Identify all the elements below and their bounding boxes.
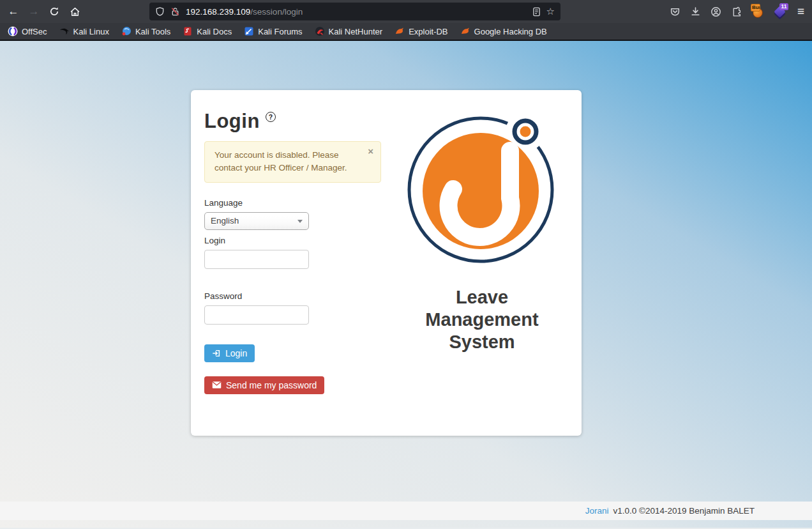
login-button[interactable]: Login — [204, 344, 255, 362]
footer-version-text: v1.0.0 ©2014-2019 Benjamin BALET — [613, 506, 755, 516]
bookmark-kali-linux[interactable]: Kali Linux — [59, 26, 109, 36]
bookmark-exploit-db[interactable]: Exploit-DB — [395, 26, 447, 36]
bookmark-label: Google Hacking DB — [474, 27, 547, 36]
insecure-lock-icon[interactable] — [170, 6, 180, 17]
kali-docs-icon — [183, 26, 193, 36]
jorani-link[interactable]: Jorani — [585, 506, 609, 516]
password-field-label: Password — [204, 291, 309, 301]
bookmark-label: Exploit-DB — [409, 27, 447, 36]
bookmark-kali-docs[interactable]: Kali Docs — [183, 26, 232, 36]
brand-name: Leave Management System — [408, 286, 556, 353]
offsec-icon — [8, 26, 18, 36]
home-icon — [70, 6, 80, 17]
url-text[interactable]: 192.168.239.109/session/login — [186, 7, 303, 17]
google-hacking-db-icon — [460, 26, 470, 36]
extensions-puzzle-icon[interactable] — [731, 6, 742, 17]
kali-nethunter-icon — [315, 26, 325, 36]
language-label: Language — [204, 198, 309, 208]
bookmark-kali-tools[interactable]: Kali Tools — [121, 26, 170, 36]
account-icon[interactable] — [710, 6, 721, 17]
url-path: /session/login — [250, 7, 303, 17]
send-password-button[interactable]: Send me my password — [204, 376, 324, 394]
foxyproxy-badge: 11 — [779, 3, 788, 10]
envelope-icon — [212, 381, 222, 389]
bookmark-label: Kali Docs — [197, 27, 232, 36]
exploit-db-icon — [395, 26, 405, 36]
bookmark-kali-nethunter[interactable]: Kali NetHunter — [315, 26, 383, 36]
forward-button[interactable]: → — [24, 3, 43, 20]
back-button[interactable]: ← — [4, 3, 23, 20]
send-password-label: Send me my password — [226, 380, 317, 390]
login-card: Login ? Your account is disabled. Please… — [191, 90, 582, 436]
brand-column: Leave Management System — [382, 90, 582, 436]
bookmark-label: Kali Linux — [73, 27, 109, 36]
language-selected-value: English — [211, 216, 239, 226]
login-button-label: Login — [225, 348, 247, 358]
burp-badge: Burp — [751, 4, 760, 12]
language-select[interactable]: English — [204, 212, 309, 230]
pocket-icon[interactable] — [670, 6, 680, 17]
page-footer: Jorani v1.0.0 ©2014-2019 Benjamin BALET — [0, 502, 812, 520]
bookmark-label: OffSec — [22, 27, 47, 36]
bookmark-star-icon[interactable]: ☆ — [546, 6, 555, 17]
alert-message: Your account is disabled. Please contact… — [214, 150, 347, 172]
reader-mode-icon[interactable] — [532, 7, 541, 17]
login-form: Login ? Your account is disabled. Please… — [191, 90, 382, 436]
bookmark-offsec[interactable]: OffSec — [8, 26, 47, 36]
bookmark-kali-forums[interactable]: Kali Forums — [244, 26, 302, 36]
bookmark-label: Kali Tools — [135, 27, 170, 36]
chevron-down-icon — [297, 220, 303, 223]
kali-forums-icon — [244, 26, 254, 36]
bookmark-label: Kali Forums — [258, 27, 302, 36]
page-background: Login ? Your account is disabled. Please… — [0, 41, 812, 528]
reload-button[interactable] — [45, 3, 64, 20]
url-host: 192.168.239.109 — [186, 7, 250, 17]
reload-icon — [49, 6, 59, 17]
kali-tools-icon — [121, 26, 132, 36]
bookmark-label: Kali NetHunter — [329, 27, 383, 36]
bookmark-google-hacking-db[interactable]: Google Hacking DB — [460, 26, 547, 36]
jorani-logo — [405, 107, 559, 265]
tracking-shield-icon[interactable] — [155, 6, 165, 17]
sign-in-icon — [212, 349, 221, 358]
browser-toolbar: ← → 192.168.239.109/session/login — [0, 0, 812, 23]
url-bar[interactable]: 192.168.239.109/session/login ☆ — [149, 3, 560, 20]
account-disabled-alert: Your account is disabled. Please contact… — [204, 141, 381, 183]
kali-linux-icon — [59, 26, 70, 36]
toolbar-extensions-area: Burp 11 ≡ — [670, 4, 808, 19]
menu-hamburger-icon[interactable]: ≡ — [797, 4, 804, 19]
foxyproxy-extension-icon[interactable]: 11 — [774, 5, 788, 18]
bookmarks-bar: OffSec Kali Linux Kali Tools Kali Docs K… — [0, 23, 812, 41]
home-button[interactable] — [65, 3, 84, 20]
login-input[interactable] — [204, 250, 309, 269]
page-title: Login — [204, 111, 260, 131]
burp-extension-icon[interactable]: Burp — [751, 5, 764, 18]
downloads-icon[interactable] — [690, 6, 701, 17]
login-field-label: Login — [204, 236, 309, 245]
password-input[interactable] — [204, 305, 309, 325]
help-icon[interactable]: ? — [266, 112, 276, 122]
alert-close-icon[interactable]: × — [368, 146, 373, 156]
